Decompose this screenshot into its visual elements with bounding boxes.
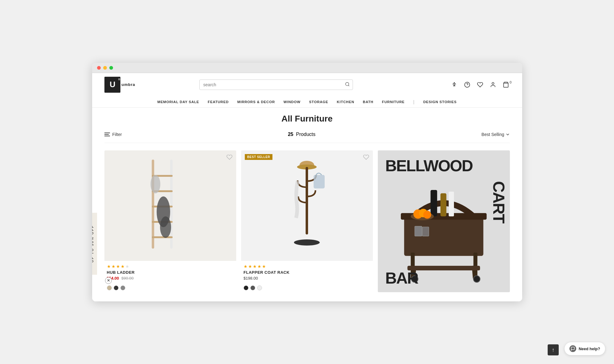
search-bar (199, 79, 353, 90)
browser-fullscreen-dot[interactable] (109, 66, 113, 70)
back-to-top-button[interactable]: ↑ (548, 344, 559, 355)
cart-count: 0 (510, 80, 511, 84)
nav-divider: | (413, 99, 415, 104)
product-grid: ★★★★★ HUB LADDER $54.00 $90.00 (104, 150, 510, 292)
help-icon[interactable] (463, 81, 471, 88)
browser-chrome (92, 63, 522, 73)
flapper-coat-rack-price-value: $198.00 (244, 276, 258, 281)
main-content: UP TO 50% OFF ✕ Filter 25 Products Best … (92, 127, 522, 301)
need-help-label: Need help? (579, 347, 600, 351)
filter-label: Filter (112, 132, 122, 137)
swatch-white[interactable] (257, 285, 262, 290)
site-header: U umbra (92, 73, 522, 108)
product-image-flapper-coat-rack (241, 150, 373, 261)
svg-point-15 (160, 216, 171, 238)
hub-ladder-name: HUB LADDER (107, 270, 234, 275)
sort-selector[interactable]: Best Selling (482, 132, 510, 137)
promo-strip: UP TO 50% OFF (92, 213, 97, 275)
svg-rect-33 (422, 227, 429, 236)
svg-rect-25 (431, 190, 437, 216)
nav-bath[interactable]: BATH (363, 100, 373, 104)
nav-design-stories[interactable]: DESIGN STORIES (423, 100, 457, 104)
page-title: All Furniture (92, 114, 522, 124)
bellwood-text: BELLWOOD (385, 158, 472, 174)
page-title-area: All Furniture (92, 108, 522, 127)
swatch-tan[interactable] (107, 285, 112, 290)
svg-point-2 (454, 82, 455, 83)
cart-icon[interactable]: 0 (502, 81, 510, 88)
product-card-hub-ladder[interactable]: ★★★★★ HUB LADDER $54.00 $90.00 (104, 150, 236, 292)
hub-ladder-price: $54.00 $90.00 (107, 276, 234, 281)
filter-icon (104, 133, 110, 136)
flapper-coat-rack-info: ★★★★★ FLAPPER COAT RACK $198.00 (241, 261, 373, 284)
flapper-coat-rack-wishlist-button[interactable] (363, 154, 369, 162)
browser-minimize-dot[interactable] (103, 66, 107, 70)
bar-text: BAR (385, 270, 418, 286)
svg-rect-8 (170, 160, 173, 249)
header-icons: 0 (451, 81, 510, 88)
filter-bar: Filter 25 Products Best Selling (104, 127, 510, 143)
need-help-button[interactable]: Need help? (564, 342, 605, 355)
flapper-coat-rack-name: FLAPPER COAT RACK (244, 270, 370, 275)
svg-line-1 (348, 85, 349, 86)
swatch-grey[interactable] (120, 285, 125, 290)
svg-rect-13 (152, 236, 173, 238)
logo-icon[interactable]: U (104, 77, 120, 93)
nav-storage[interactable]: STORAGE (309, 100, 328, 104)
flapper-coat-rack-swatches (241, 284, 373, 292)
svg-rect-19 (306, 167, 308, 234)
flapper-coat-rack-stars: ★★★★★ (244, 264, 370, 269)
nav-featured[interactable]: FEATURED (208, 100, 229, 104)
search-button[interactable] (345, 82, 350, 87)
svg-point-31 (423, 211, 431, 219)
product-image-hub-ladder (104, 150, 236, 261)
nav-memorial-day-sale[interactable]: MEMORIAL DAY SALE (157, 100, 199, 104)
svg-point-39 (474, 276, 480, 282)
flapper-coat-rack-price: $198.00 (244, 276, 370, 281)
svg-rect-40 (408, 266, 480, 270)
svg-point-21 (294, 239, 320, 246)
site-nav: MEMORIAL DAY SALE FEATURED MIRRORS & DEC… (104, 96, 510, 107)
swatch-black[interactable] (244, 285, 248, 290)
filter-button[interactable]: Filter (104, 132, 122, 137)
hub-ladder-original-price: $90.00 (121, 276, 134, 281)
logo-area[interactable]: U umbra (104, 77, 147, 93)
swatch-dark[interactable] (114, 285, 119, 290)
logo-text: umbra (122, 82, 135, 87)
cart-text: CART (491, 181, 507, 223)
nav-window[interactable]: WINDOW (284, 100, 300, 104)
account-icon[interactable] (489, 81, 497, 88)
hub-ladder-wishlist-button[interactable] (226, 154, 233, 162)
nav-mirrors-decor[interactable]: MIRRORS & DECOR (237, 100, 275, 104)
svg-point-16 (151, 175, 160, 193)
svg-point-5 (492, 82, 494, 84)
accessibility-icon[interactable] (451, 81, 458, 88)
svg-rect-7 (152, 160, 154, 249)
svg-point-0 (346, 82, 349, 86)
nav-kitchen[interactable]: KITCHEN (337, 100, 354, 104)
svg-rect-26 (440, 193, 446, 216)
hub-ladder-stars: ★★★★★ (107, 264, 234, 269)
hub-ladder-swatches (104, 284, 236, 292)
hub-ladder-svg (143, 157, 198, 255)
svg-rect-27 (449, 192, 454, 216)
swatch-charcoal[interactable] (250, 285, 255, 290)
bellwood-banner-card[interactable]: BELLWOOD CART BAR (378, 150, 510, 292)
flapper-coat-rack-svg (279, 157, 334, 255)
nav-furniture[interactable]: FURNITURE (382, 100, 405, 104)
svg-rect-32 (415, 226, 422, 236)
hub-ladder-info: ★★★★★ HUB LADDER $54.00 $90.00 (104, 261, 236, 284)
browser-close-dot[interactable] (97, 66, 101, 70)
wishlist-icon[interactable] (476, 81, 484, 88)
chat-icon (569, 345, 576, 352)
svg-rect-20 (314, 175, 325, 188)
products-count: 25 Products (288, 132, 315, 137)
search-input[interactable] (199, 79, 353, 90)
product-card-flapper-coat-rack[interactable]: BEST SELLER ★★★★★ FLAPPER COAT RACK $198… (241, 150, 373, 292)
dismiss-promo-button[interactable]: ✕ (105, 277, 112, 284)
header-top: U umbra (104, 73, 510, 96)
best-seller-badge: BEST SELLER (245, 154, 272, 160)
